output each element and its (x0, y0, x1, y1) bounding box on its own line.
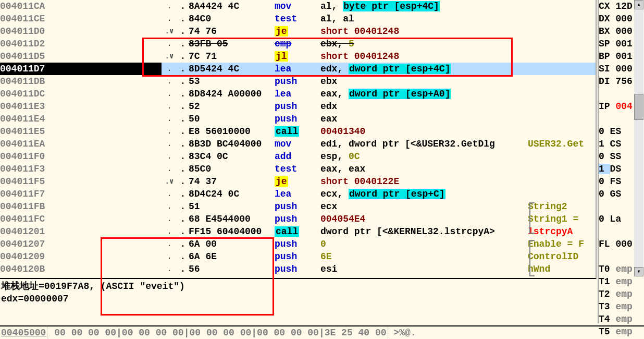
breakpoint-dot[interactable]: . (177, 113, 189, 125)
breakpoint-dot[interactable]: . (177, 13, 189, 25)
bytes: 83C4 0C (189, 150, 275, 163)
breakpoint-dot[interactable]: . (177, 63, 189, 75)
disasm-row[interactable]: 004011FB..51pushecxString2 (0, 200, 596, 213)
breakpoint-dot[interactable]: . (177, 200, 189, 213)
bytes: 74 37 (189, 175, 275, 188)
operands: 00401340 (320, 125, 528, 138)
disasm-row[interactable]: 004011F0..83C4 0Caddesp, 0C (0, 150, 596, 163)
disasm-row[interactable]: 00401207..6A 00push0Enable = F (0, 238, 596, 250)
disasm-row[interactable]: 004011D2..83FB 05cmpebx, 5 (0, 38, 596, 50)
scrollbar[interactable]: ▴ ▾ (634, 0, 643, 276)
breakpoint-dot[interactable]: . (177, 25, 189, 38)
breakpoint-dot[interactable]: . (177, 75, 189, 88)
register-pane[interactable]: ▴ ▾ CX 12DDX 000BX 000SP 001BP 001SI 000… (598, 0, 644, 323)
disasm-row[interactable]: 004011E4..50pusheax (0, 113, 596, 125)
disasm-row[interactable]: 004011E5..E8 56010000call00401340 (0, 125, 596, 138)
fpu-t5[interactable]: T5 emp (599, 325, 644, 338)
disasm-row[interactable]: 00401209..6A 6Epush6EControlID (0, 250, 596, 263)
fpu-t4[interactable]: T4 emp (599, 313, 644, 325)
hexdump-ascii: >%@. (393, 328, 416, 338)
breakpoint-dot[interactable]: . (177, 238, 189, 250)
disasm-row[interactable]: 004011F3..85C0testeax, eax (0, 163, 596, 175)
bytes: 7C 71 (189, 50, 275, 63)
disasm-row[interactable]: 00401201..FF15 60404000calldword ptr [<&… (0, 225, 596, 238)
flow-hint: . (162, 100, 177, 113)
breakpoint-dot[interactable]: . (177, 0, 189, 13)
disasm-row[interactable]: 004011EA..8B3D BC404000movedi, dword ptr… (0, 138, 596, 150)
flow-hint: . (162, 150, 177, 163)
breakpoint-dot[interactable]: . (177, 38, 189, 50)
disasm-row[interactable]: 004011CA..8A4424 4Cmoval, byte ptr [esp+… (0, 0, 596, 13)
breakpoint-dot[interactable]: . (177, 50, 189, 63)
disassembly-pane[interactable]: 004011CA..8A4424 4Cmoval, byte ptr [esp+… (0, 0, 597, 279)
mnemonic: mov (275, 139, 291, 149)
breakpoint-dot[interactable]: . (177, 225, 189, 238)
mnemonic: push (275, 101, 297, 112)
fpu-t2[interactable]: T2 emp (599, 288, 644, 300)
bytes: 50 (189, 113, 275, 125)
mnemonic: push (275, 114, 297, 124)
fpu-t1[interactable]: T1 emp (599, 275, 644, 288)
bytes: 83FB 05 (189, 38, 275, 50)
address: 004011CE (0, 14, 45, 24)
disasm-row[interactable]: 004011DC..8D8424 A00000leaeax, dword ptr… (0, 88, 596, 100)
address: 004011CA (0, 1, 45, 11)
mnemonic: push (275, 76, 297, 87)
operands: ebx, 5 (320, 38, 528, 50)
breakpoint-dot[interactable]: . (177, 250, 189, 263)
operands: edx (320, 100, 528, 113)
disasm-row[interactable]: 004011D0.∨.74 76jeshort 00401248 (0, 25, 596, 38)
hexdump-bar[interactable]: 00405000 00 00 00 00|00 00 00 00|00 00 0… (0, 325, 644, 339)
disasm-row[interactable]: 004011E3..52pushedx (0, 100, 596, 113)
flow-hint: . (162, 125, 177, 138)
bytes: 52 (189, 100, 275, 113)
breakpoint-dot[interactable]: . (177, 163, 189, 175)
disasm-row[interactable]: 004011FC..68 E4544000push004054E4String1… (0, 213, 596, 225)
hexdump-bytes: 00 00 00 00|00 00 00 00|00 00 00 00|00 0… (53, 326, 388, 339)
flow-hint: .∨ (162, 50, 177, 63)
breakpoint-dot[interactable]: . (177, 175, 189, 188)
address: 004011F7 (0, 189, 45, 199)
mnemonic: test (275, 14, 297, 24)
fpu-t3[interactable]: T3 emp (599, 300, 644, 313)
operands: short 00401248 (320, 25, 528, 38)
bytes: 8A4424 4C (189, 0, 275, 13)
disasm-row[interactable]: 0040120B..56pushesihWnd (0, 263, 596, 275)
breakpoint-dot[interactable]: . (177, 88, 189, 100)
breakpoint-dot[interactable]: . (177, 213, 189, 225)
mnemonic: call (275, 226, 299, 237)
breakpoint-dot[interactable]: . (177, 100, 189, 113)
disasm-row[interactable]: 004011D7..8D5424 4Cleaedx, dword ptr [es… (0, 63, 596, 75)
breakpoint-dot[interactable]: . (177, 263, 189, 275)
flow-hint: . (162, 75, 177, 88)
mnemonic: call (275, 126, 299, 137)
disasm-row[interactable]: 004011D5.∨.7C 71jlshort 00401248 (0, 50, 596, 63)
mnemonic: je (275, 176, 288, 187)
operands: al, byte ptr [esp+4C] (320, 0, 528, 13)
disasm-row[interactable]: 004011F7..8D4C24 0Cleaecx, dword ptr [es… (0, 188, 596, 200)
address: 004011E5 (0, 126, 45, 137)
flow-hint: . (162, 163, 177, 175)
comment: USER32.Get (528, 138, 584, 150)
flow-hint: . (162, 225, 177, 238)
mnemonic: push (275, 264, 297, 274)
breakpoint-dot[interactable]: . (177, 150, 189, 163)
bytes: 8B3D BC404000 (189, 138, 275, 150)
breakpoint-dot[interactable]: . (177, 188, 189, 200)
address: 004011FC (0, 214, 45, 224)
breakpoint-dot[interactable]: . (177, 125, 189, 138)
disasm-row[interactable]: 004011CE..84C0testal, al (0, 13, 596, 25)
scroll-down-button[interactable]: ▾ (634, 267, 643, 276)
flow-hint: . (162, 200, 177, 213)
bytes: 74 76 (189, 25, 275, 38)
operands: 004054E4 (320, 213, 528, 225)
disasm-row[interactable]: 004011F5.∨.74 37jeshort 0040122E (0, 175, 596, 188)
bytes: 85C0 (189, 163, 275, 175)
mnemonic: lea (275, 89, 291, 99)
bytes: FF15 60404000 (189, 225, 275, 238)
scroll-up-button[interactable]: ▴ (634, 0, 643, 9)
scroll-thumb[interactable] (634, 94, 643, 120)
operands: eax, dword ptr [esp+A0] (320, 88, 528, 100)
disasm-row[interactable]: 004011DB..53pushebx (0, 75, 596, 88)
breakpoint-dot[interactable]: . (177, 138, 189, 150)
